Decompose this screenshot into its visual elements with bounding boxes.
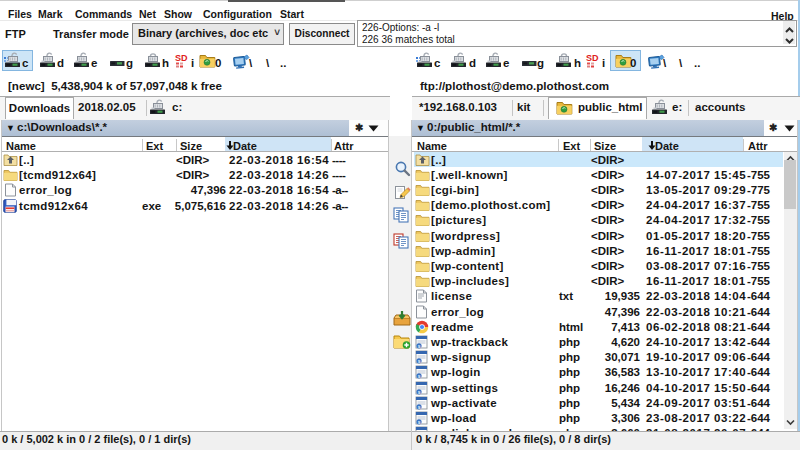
svg-text:s: s (418, 418, 421, 424)
svg-text:SD: SD (586, 53, 599, 63)
svg-text:s: s (418, 373, 421, 379)
svg-text:SD: SD (175, 53, 188, 63)
svg-text:s: s (418, 342, 421, 348)
svg-text:s: s (418, 388, 421, 394)
svg-text:s: s (418, 403, 421, 409)
svg-text:s: s (418, 358, 421, 364)
